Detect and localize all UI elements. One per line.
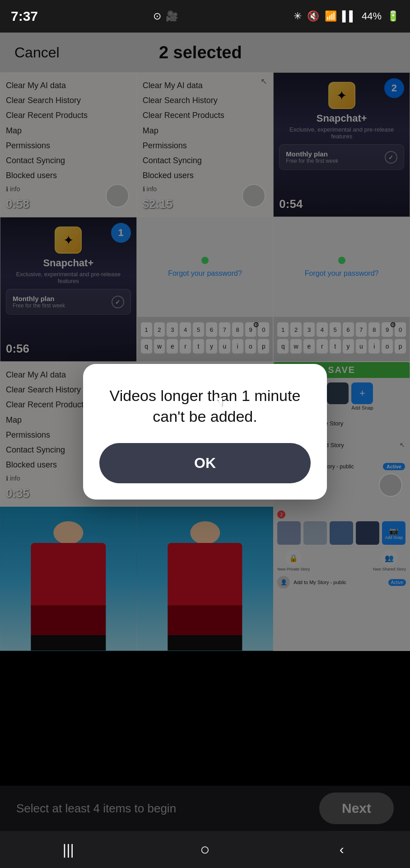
wifi-icon: 📶 — [325, 10, 337, 22]
battery-icon: 🔋 — [387, 10, 399, 22]
modal-message: Videos longer than 1 minute can't be add… — [99, 386, 311, 427]
nav-back[interactable]: ‹ — [328, 836, 355, 863]
nav-recent-apps[interactable]: ||| — [55, 836, 82, 863]
battery-label: 44% — [362, 10, 382, 22]
bluetooth-icon: ✳ — [294, 10, 302, 22]
modal-box: Videos longer than 1 minute can't be add… — [83, 364, 327, 500]
recent-apps-icon: ||| — [63, 841, 74, 858]
modal-overlay: Videos longer than 1 minute can't be add… — [0, 33, 410, 831]
mute-icon: 🔇 — [307, 10, 319, 22]
status-icons: ⊙ 🎥 — [153, 10, 178, 22]
nav-home[interactable]: ○ — [191, 836, 219, 863]
status-time: 7:37 — [11, 9, 38, 24]
camera-icon: 🎥 — [166, 10, 178, 22]
instagram-icon: ⊙ — [153, 10, 161, 22]
nav-bar: ||| ○ ‹ — [0, 831, 410, 868]
status-right: ✳ 🔇 📶 ▌▌ 44% 🔋 — [294, 10, 399, 22]
back-icon: ‹ — [340, 842, 344, 857]
signal-icon: ▌▌ — [342, 10, 356, 22]
modal-ok-button[interactable]: OK — [99, 443, 311, 483]
home-icon: ○ — [200, 840, 210, 859]
status-bar: 7:37 ⊙ 🎥 ✳ 🔇 📶 ▌▌ 44% 🔋 — [0, 0, 410, 33]
